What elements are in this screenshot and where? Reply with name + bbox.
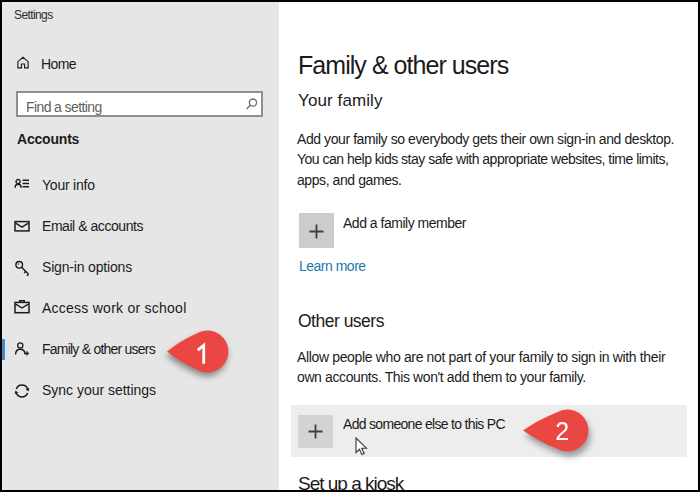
svg-text:2: 2 [555,417,569,445]
